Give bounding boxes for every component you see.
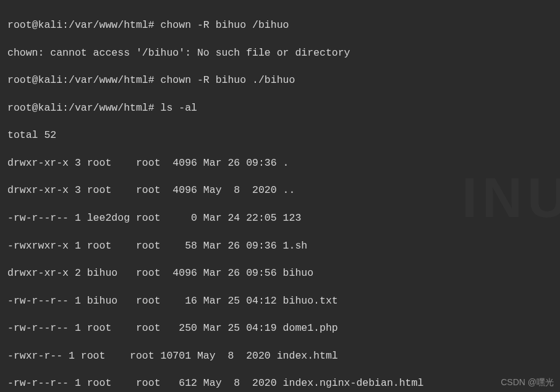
ls-entry: -rw-r--r-- 1 lee2dog root 0 Mar 24 22:05…	[7, 211, 553, 225]
shell-prompt: root@kali:/var/www/html#	[7, 19, 155, 31]
terminal-line: root@kali:/var/www/html# chown -R bihuo …	[7, 74, 553, 87]
command-text: ls -al	[161, 102, 197, 114]
ls-entry: -rw-r--r-- 1 bihuo root 16 Mar 25 04:12 …	[7, 294, 553, 308]
terminal-line: root@kali:/var/www/html# chown -R bihuo …	[7, 19, 553, 32]
terminal-line: chown: cannot access '/bihuo': No such f…	[7, 46, 553, 60]
terminal-line: total 52	[7, 129, 553, 142]
ls-entry: drwxr-xr-x 3 root root 4096 Mar 26 09:36…	[7, 156, 553, 170]
ls-entry: -rw-r--r-- 1 root root 612 May 8 2020 in…	[7, 377, 553, 390]
command-text: chown -R bihuo ./bihuo	[161, 74, 295, 86]
shell-prompt: root@kali:/var/www/html#	[7, 74, 155, 86]
command-text: chown -R bihuo /bihuo	[161, 19, 289, 31]
ls-entry: -rwxrwxr-x 1 root root 58 Mar 26 09:36 1…	[7, 239, 553, 253]
ls-entry: -rwxr-r-- 1 root root 10701 May 8 2020 i…	[7, 349, 553, 363]
ls-entry: drwxr-xr-x 3 root root 4096 May 8 2020 .…	[7, 184, 553, 197]
terminal-output[interactable]: root@kali:/var/www/html# chown -R bihuo …	[7, 5, 553, 392]
terminal-line: root@kali:/var/www/html# ls -al	[7, 101, 553, 115]
ls-entry: drwxr-xr-x 2 bihuo root 4096 Mar 26 09:5…	[7, 266, 553, 280]
ls-entry: -rw-r--r-- 1 root root 250 Mar 25 04:19 …	[7, 322, 553, 335]
shell-prompt: root@kali:/var/www/html#	[7, 102, 155, 114]
